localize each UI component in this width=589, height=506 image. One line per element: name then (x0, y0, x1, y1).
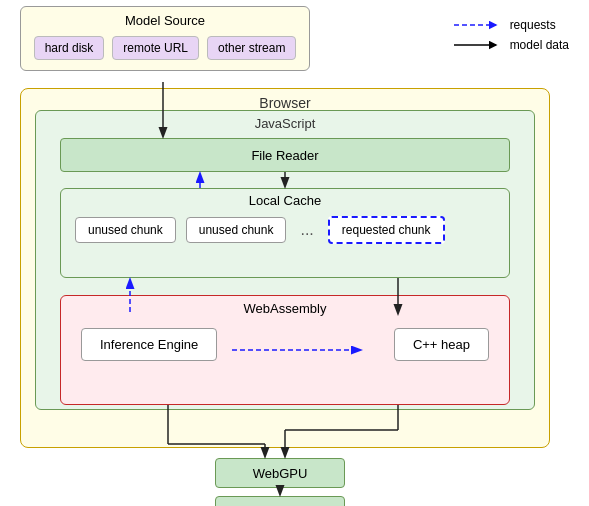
model-source-title: Model Source (31, 13, 299, 28)
file-reader-box: File Reader (60, 138, 510, 172)
model-source-items: hard disk remote URL other stream (31, 36, 299, 60)
legend-model-data: model data (452, 38, 569, 52)
device-gpu-label: Device GPU (244, 503, 316, 507)
source-other-stream: other stream (207, 36, 296, 60)
cache-chunk-requested: requested chunk (328, 216, 445, 244)
cache-dots: ... (296, 221, 317, 239)
legend-requests-line (452, 18, 502, 32)
cache-items: unused chunk unused chunk ... requested … (61, 208, 509, 244)
local-cache-title: Local Cache (61, 189, 509, 208)
js-title: JavaScript (36, 111, 534, 131)
legend-requests-label: requests (510, 18, 556, 32)
local-cache-box: Local Cache unused chunk unused chunk ..… (60, 188, 510, 278)
file-reader-label: File Reader (251, 148, 318, 163)
browser-title: Browser (21, 89, 549, 111)
cache-chunk-1: unused chunk (75, 217, 176, 243)
wasm-items: Inference Engine C++ heap (61, 316, 509, 361)
webgpu-box: WebGPU (215, 458, 345, 488)
webgpu-label: WebGPU (253, 466, 308, 481)
legend-model-data-label: model data (510, 38, 569, 52)
diagram-root: requests model data Model Source hard di… (0, 0, 589, 506)
cache-chunk-2: unused chunk (186, 217, 287, 243)
legend: requests model data (452, 18, 569, 52)
device-gpu-box: Device GPU (215, 496, 345, 506)
legend-requests: requests (452, 18, 569, 32)
model-source-box: Model Source hard disk remote URL other … (20, 6, 310, 71)
inference-engine-box: Inference Engine (81, 328, 217, 361)
source-remote-url: remote URL (112, 36, 199, 60)
wasm-box: WebAssembly Inference Engine C++ heap (60, 295, 510, 405)
legend-model-data-line (452, 38, 502, 52)
wasm-title: WebAssembly (61, 296, 509, 316)
heap-box: C++ heap (394, 328, 489, 361)
source-hard-disk: hard disk (34, 36, 105, 60)
